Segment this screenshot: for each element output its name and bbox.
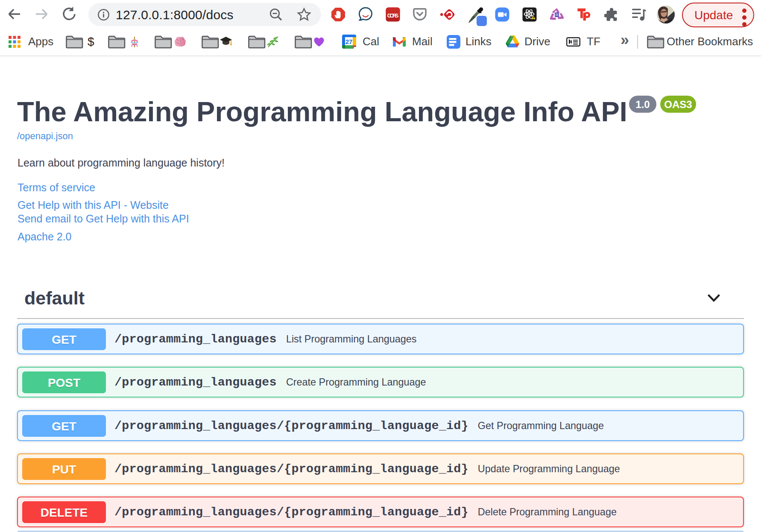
svg-text:27: 27 xyxy=(345,38,353,45)
svg-text:CORS: CORS xyxy=(387,12,399,19)
